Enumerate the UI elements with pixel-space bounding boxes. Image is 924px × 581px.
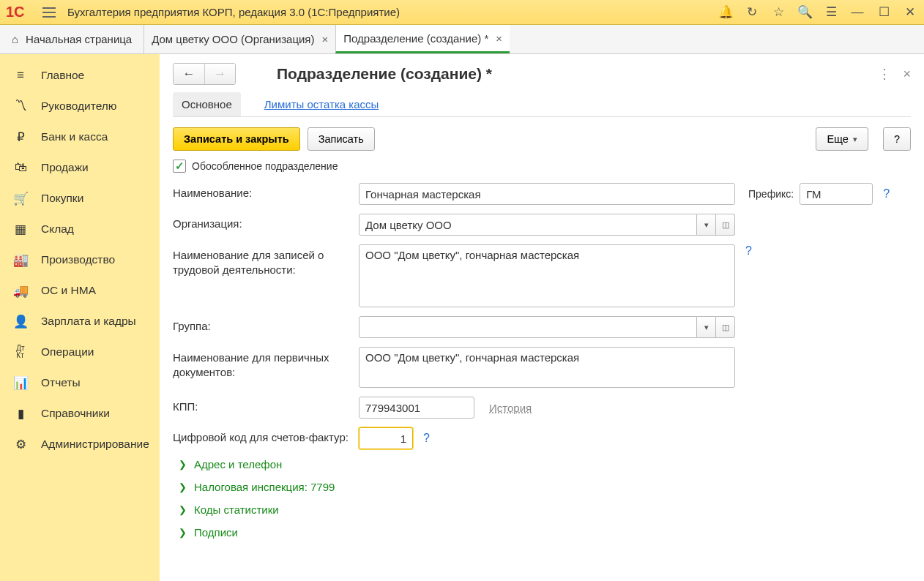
ruble-icon: ₽	[13, 130, 28, 144]
minimize-icon[interactable]: —	[849, 4, 865, 20]
person-icon: 👤	[13, 314, 28, 329]
open-icon[interactable]: ◫	[716, 214, 735, 236]
label-primary-name: Наименование для первичных документов:	[173, 347, 359, 379]
tabbar: ⌂ Начальная страница Дом цветку ООО (Орг…	[0, 25, 924, 54]
kpp-input[interactable]	[359, 397, 474, 419]
logo-1c: 1C	[6, 4, 35, 20]
expander-signatures[interactable]: ❯Подписи	[179, 526, 911, 539]
sidebar-item-warehouse[interactable]: ▦Склад	[0, 214, 160, 244]
home-tab-label: Начальная страница	[26, 33, 132, 45]
history-icon[interactable]: ↻	[744, 4, 760, 20]
chevron-right-icon: ❯	[179, 504, 187, 515]
cart-icon: 🛒	[13, 191, 28, 206]
forward-button[interactable]: →	[204, 64, 235, 84]
bag-icon: 🛍	[13, 160, 28, 175]
chevron-right-icon: ❯	[179, 527, 187, 538]
page-title: Подразделение (создание) *	[277, 65, 878, 83]
titlebar: 1C Бухгалтерия предприятия КОРП, редакци…	[0, 0, 924, 25]
app-title: Бухгалтерия предприятия КОРП, редакция 3…	[67, 6, 718, 18]
prefix-input[interactable]	[800, 183, 873, 205]
search-icon[interactable]: 🔍	[797, 4, 813, 20]
list-icon: ≡	[13, 68, 28, 83]
separate-subdivision-label: Обособленное подразделение	[192, 160, 338, 172]
gear-icon: ⚙	[13, 437, 28, 451]
subtab-main[interactable]: Основное	[173, 92, 241, 116]
history-link[interactable]: История	[489, 402, 532, 414]
sidebar-item-manager[interactable]: 〽Руководителю	[0, 91, 160, 121]
organization-input[interactable]	[359, 214, 697, 236]
dtkt-icon: ДтКт	[13, 345, 28, 359]
dropdown-icon[interactable]: ▾	[697, 316, 716, 338]
sidebar-item-bank[interactable]: ₽Банк и касса	[0, 121, 160, 152]
tab-label: Подразделение (создание) *	[343, 32, 488, 45]
sidebar-item-reports[interactable]: 📊Отчеты	[0, 367, 160, 398]
label-kpp: КПП:	[173, 397, 359, 413]
sidebar-item-main[interactable]: ≡Главное	[0, 60, 160, 91]
filter-icon[interactable]: ☰	[823, 4, 839, 20]
close-icon[interactable]: ×	[322, 33, 329, 45]
separate-subdivision-checkbox[interactable]: ✓	[173, 160, 186, 173]
dropdown-icon[interactable]: ▾	[697, 214, 716, 236]
close-window-icon[interactable]: ✕	[902, 4, 918, 20]
expander-tax[interactable]: ❯Налоговая инспекция: 7799	[179, 481, 911, 493]
expander-stats[interactable]: ❯Коды статистики	[179, 503, 911, 516]
home-icon: ⌂	[12, 33, 18, 45]
more-button[interactable]: Еще	[816, 127, 868, 151]
nav-buttons: ← →	[173, 63, 236, 85]
label-group: Группа:	[173, 316, 359, 332]
label-organization: Организация:	[173, 214, 359, 230]
sidebar-item-admin[interactable]: ⚙Администрирование	[0, 429, 160, 460]
content: ← → Подразделение (создание) * ⋮ × Основ…	[160, 54, 924, 581]
primary-name-textarea[interactable]	[359, 347, 735, 388]
sidebar: ≡Главное 〽Руководителю ₽Банк и касса 🛍Пр…	[0, 54, 160, 581]
sidebar-item-operations[interactable]: ДтКтОперации	[0, 337, 160, 367]
help-button[interactable]: ?	[883, 127, 911, 151]
chevron-right-icon: ❯	[179, 481, 187, 492]
open-icon[interactable]: ◫	[716, 316, 735, 338]
truck-icon: 🚚	[13, 283, 28, 298]
subtab-cash-limits[interactable]: Лимиты остатка кассы	[256, 92, 388, 116]
help-icon[interactable]: ?	[423, 432, 430, 445]
help-icon[interactable]: ?	[883, 187, 890, 200]
label-name: Наименование:	[173, 183, 359, 199]
hamburger-icon[interactable]	[42, 4, 60, 21]
maximize-icon[interactable]: ☐	[876, 4, 892, 20]
kebab-icon[interactable]: ⋮	[878, 66, 891, 82]
tab-organization[interactable]: Дом цветку ООО (Организация) ×	[144, 25, 335, 53]
chevron-right-icon: ❯	[179, 459, 187, 470]
sidebar-item-catalogs[interactable]: ▮Справочники	[0, 398, 160, 429]
book-icon: ▮	[13, 406, 28, 421]
toolbar: Записать и закрыть Записать Еще ?	[173, 127, 911, 151]
digital-code-input[interactable]	[359, 427, 413, 449]
help-icon[interactable]: ?	[745, 244, 752, 258]
sidebar-item-assets[interactable]: 🚚ОС и НМА	[0, 275, 160, 306]
home-tab[interactable]: ⌂ Начальная страница	[0, 25, 144, 53]
bell-icon[interactable]: 🔔	[718, 4, 734, 20]
name-input[interactable]	[359, 183, 735, 205]
sidebar-item-purchases[interactable]: 🛒Покупки	[0, 183, 160, 214]
sidebar-item-production[interactable]: 🏭Производство	[0, 244, 160, 275]
tab-label: Дом цветку ООО (Организация)	[152, 33, 314, 45]
bars-icon: 📊	[13, 375, 28, 390]
sidebar-item-sales[interactable]: 🛍Продажи	[0, 152, 160, 183]
factory-icon: 🏭	[13, 252, 28, 267]
label-prefix: Префикс:	[748, 188, 794, 200]
subtabs: Основное Лимиты остатка кассы	[173, 92, 911, 117]
star-icon[interactable]: ☆	[770, 4, 786, 20]
chart-icon: 〽	[13, 99, 28, 113]
close-icon[interactable]: ×	[496, 32, 502, 45]
boxes-icon: ▦	[13, 222, 28, 236]
label-labor-name: Наименование для записей о трудовой деят…	[173, 244, 359, 277]
close-page-icon[interactable]: ×	[903, 67, 911, 82]
save-close-button[interactable]: Записать и закрыть	[173, 127, 300, 151]
save-button[interactable]: Записать	[308, 127, 375, 151]
labor-name-textarea[interactable]	[359, 244, 735, 307]
expander-address[interactable]: ❯Адрес и телефон	[179, 458, 911, 471]
titlebar-actions: 🔔 ↻ ☆ 🔍 ☰ — ☐ ✕	[718, 4, 918, 20]
sidebar-item-hr[interactable]: 👤Зарплата и кадры	[0, 306, 160, 337]
tab-subdivision[interactable]: Подразделение (создание) * ×	[335, 25, 510, 53]
back-button[interactable]: ←	[174, 64, 204, 84]
label-digital-code: Цифровой код для счетов-фактур:	[173, 427, 359, 443]
group-input[interactable]	[359, 316, 697, 338]
